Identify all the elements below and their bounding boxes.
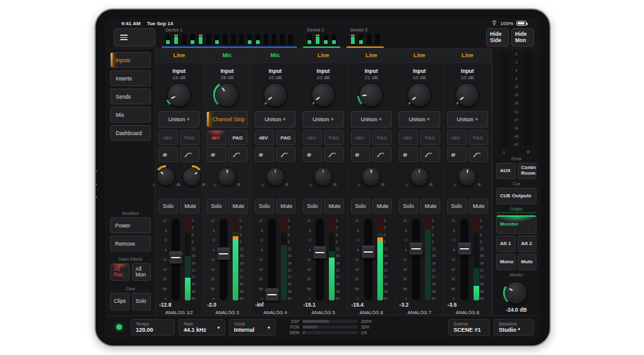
pan-knob[interactable]: LR bbox=[458, 167, 477, 186]
power-button[interactable]: Power bbox=[110, 217, 151, 233]
clear-solo-button[interactable]: Solo bbox=[132, 293, 152, 310]
fader-handle[interactable] bbox=[216, 247, 231, 260]
fader-handle[interactable] bbox=[457, 242, 472, 255]
pad-button[interactable]: PAD bbox=[469, 130, 488, 145]
fader-handle[interactable] bbox=[169, 251, 183, 264]
mute-button[interactable]: Mute bbox=[469, 199, 488, 214]
unison-slot-button[interactable]: Channel Strip bbox=[206, 111, 247, 128]
pad-button[interactable]: PAD bbox=[228, 130, 248, 145]
solo-button[interactable]: Solo bbox=[255, 199, 274, 214]
mono-button[interactable]: Mono bbox=[496, 254, 516, 270]
all-rec-button[interactable]: All Rec bbox=[110, 263, 130, 281]
all-mon-button[interactable]: All Mon bbox=[132, 263, 152, 281]
clock-select[interactable]: Clock Internal ▼ bbox=[229, 319, 275, 336]
low-cut-filter-button[interactable] bbox=[180, 147, 199, 162]
phantom-48v-button[interactable]: 48V bbox=[255, 130, 274, 145]
sessions-field[interactable]: Sessions Studio * bbox=[494, 319, 534, 336]
monitor-level-knob[interactable] bbox=[496, 279, 536, 305]
low-cut-filter-button[interactable] bbox=[420, 147, 440, 162]
unison-slot-button[interactable]: Unison + bbox=[303, 111, 343, 128]
solo-button[interactable]: Solo bbox=[351, 199, 370, 214]
phase-invert-button[interactable]: Ø bbox=[399, 147, 418, 162]
solo-button[interactable]: Solo bbox=[206, 199, 226, 214]
remove-button[interactable]: Remove bbox=[110, 236, 151, 251]
unison-slot-button[interactable]: Unison + bbox=[158, 111, 199, 128]
mute-button[interactable]: Mute bbox=[276, 199, 296, 214]
gain-knob[interactable] bbox=[408, 83, 431, 107]
gain-knob[interactable] bbox=[215, 83, 239, 107]
fader-handle[interactable] bbox=[313, 246, 327, 259]
mute-button[interactable]: Mute bbox=[228, 199, 248, 214]
sidebar-item-mix[interactable]: Mix bbox=[110, 107, 151, 123]
clear-clips-button[interactable]: Clips bbox=[110, 293, 130, 310]
tempo-field[interactable]: Tempo 120.00 bbox=[131, 319, 175, 336]
pad-button[interactable]: PAD bbox=[372, 130, 392, 145]
unison-slot-button[interactable]: Unison + bbox=[399, 111, 440, 128]
mute-button[interactable]: Mute bbox=[420, 199, 440, 214]
phase-invert-button[interactable]: Ø bbox=[206, 147, 226, 162]
cue-outputs-button[interactable]: CUE Outputs bbox=[496, 188, 536, 204]
phase-invert-button[interactable]: Ø bbox=[158, 147, 178, 162]
phantom-48v-button[interactable]: 48V bbox=[351, 130, 370, 145]
phase-invert-button[interactable]: Ø bbox=[351, 147, 370, 162]
gain-knob[interactable] bbox=[455, 83, 479, 107]
gain-knob[interactable] bbox=[167, 83, 191, 107]
phase-invert-button[interactable]: Ø bbox=[303, 147, 322, 162]
phantom-48v-button[interactable]: 48V bbox=[158, 130, 178, 145]
pad-button[interactable]: PAD bbox=[180, 130, 199, 145]
pan-knob[interactable]: LR bbox=[266, 167, 285, 186]
pan-knob[interactable]: LR bbox=[314, 167, 333, 186]
phantom-48v-button[interactable]: 48V bbox=[447, 130, 467, 145]
solo-button[interactable]: Solo bbox=[447, 199, 467, 214]
phantom-48v-button[interactable]: 48V bbox=[206, 130, 226, 145]
low-cut-filter-button[interactable] bbox=[228, 147, 248, 162]
pan-knob[interactable]: LR bbox=[218, 167, 236, 186]
pan-knob[interactable]: LR bbox=[410, 167, 429, 186]
fader-handle[interactable] bbox=[409, 242, 423, 255]
alt1-button[interactable]: Alt 1 bbox=[496, 236, 516, 252]
low-cut-filter-button[interactable] bbox=[276, 147, 296, 162]
phantom-48v-button[interactable]: 48V bbox=[399, 130, 418, 145]
alt2-button[interactable]: Alt 2 bbox=[518, 236, 537, 252]
fader-handle[interactable] bbox=[361, 245, 375, 258]
rate-select[interactable]: Rate 44.1 kHz ▼ bbox=[179, 319, 225, 336]
pan-knob[interactable]: LR bbox=[182, 167, 201, 186]
low-cut-filter-button[interactable] bbox=[372, 147, 392, 162]
fader-handle[interactable] bbox=[265, 288, 279, 301]
sidebar-item-dashboard[interactable]: Dashboard bbox=[110, 125, 151, 141]
pan-knob[interactable]: LR bbox=[157, 167, 175, 186]
menu-button[interactable] bbox=[114, 28, 155, 46]
unison-slot-button[interactable]: Unison + bbox=[351, 111, 392, 128]
pad-button[interactable]: PAD bbox=[324, 130, 343, 145]
monitor-mute-button[interactable]: Mute bbox=[518, 254, 537, 270]
mute-button[interactable]: Mute bbox=[180, 199, 199, 214]
phase-invert-button[interactable]: Ø bbox=[447, 147, 467, 162]
control-room-button[interactable]: Control Room bbox=[518, 163, 537, 179]
low-cut-filter-button[interactable] bbox=[469, 147, 488, 162]
pan-knob[interactable]: LR bbox=[362, 167, 380, 186]
sidebar-item-sends[interactable]: Sends bbox=[110, 89, 151, 104]
phantom-48v-button[interactable]: 48V bbox=[303, 130, 322, 145]
low-cut-filter-button[interactable] bbox=[324, 147, 343, 162]
mute-button[interactable]: Mute bbox=[372, 199, 392, 214]
monitor-knob[interactable] bbox=[505, 281, 528, 304]
gain-knob[interactable] bbox=[311, 83, 335, 107]
pad-button[interactable]: PAD bbox=[276, 130, 296, 145]
solo-button[interactable]: Solo bbox=[303, 199, 322, 214]
gain-knob[interactable] bbox=[264, 83, 287, 107]
solo-button[interactable]: Solo bbox=[158, 199, 178, 214]
solo-button[interactable]: Solo bbox=[399, 199, 418, 214]
pad-button[interactable]: PAD bbox=[420, 130, 440, 145]
sidebar-item-inputs[interactable]: Inputs bbox=[110, 52, 151, 68]
monitor-output-button[interactable]: Monitor bbox=[496, 215, 536, 234]
scenes-field[interactable]: Scenes SCENE #1 bbox=[448, 319, 490, 336]
unison-slot-button[interactable]: Unison + bbox=[255, 111, 296, 128]
phase-invert-button[interactable]: Ø bbox=[255, 147, 274, 162]
sidebar-item-inserts[interactable]: Inserts bbox=[110, 70, 151, 86]
hide-mon-button[interactable]: Hide Mon bbox=[511, 28, 534, 46]
mute-button[interactable]: Mute bbox=[324, 199, 343, 214]
gain-knob[interactable] bbox=[359, 83, 383, 107]
hide-side-button[interactable]: Hide Side bbox=[486, 28, 509, 46]
unison-slot-button[interactable]: Unison + bbox=[447, 111, 488, 128]
aux-button[interactable]: AUX bbox=[496, 163, 516, 179]
